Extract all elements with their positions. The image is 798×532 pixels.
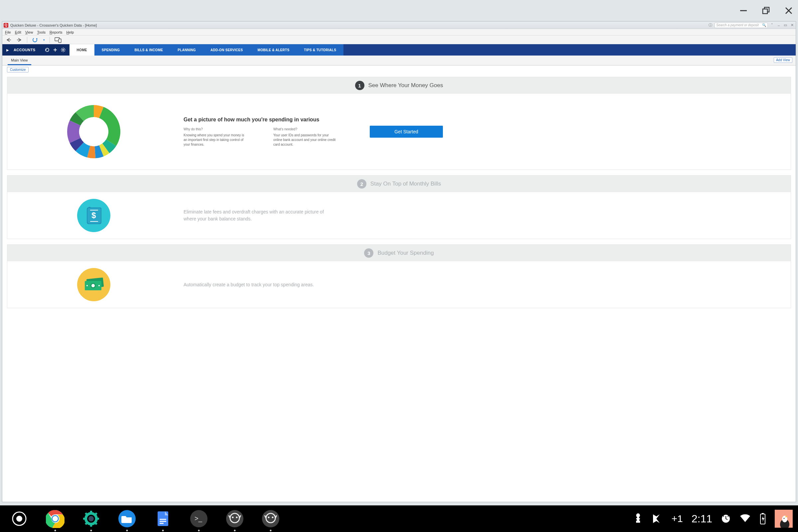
menu-view[interactable]: View [25,30,33,34]
nav-tab-addon-services[interactable]: ADD-ON SERVICES [203,44,250,56]
svg-line-18 [64,51,65,52]
os-minimize-button[interactable] [738,5,749,16]
menu-tools[interactable]: Tools [37,30,45,34]
taskbar-sync-icon[interactable] [721,514,731,524]
taskbar-wifi-icon[interactable] [740,514,751,524]
subtab-main-view[interactable]: Main View [8,56,31,65]
svg-point-52 [226,510,243,527]
os-close-button[interactable] [783,5,794,16]
svg-rect-9 [58,39,61,42]
svg-point-36 [89,516,94,521]
accounts-toggle[interactable]: ▶ ACCOUNTS [2,44,70,56]
cta-column: Get Started [370,126,456,138]
nav-tab-planning[interactable]: PLANNING [170,44,203,56]
card-text-1: Get a picture of how much you're spendin… [184,117,350,147]
why-heading: Why do this? [184,127,260,131]
menu-reports[interactable]: Reports [50,30,62,34]
nav-tab-mobile-alerts[interactable]: MOBILE & ALERTS [250,44,297,56]
nav-tab-tips-tutorials[interactable]: TIPS & TUTORIALS [297,44,343,56]
svg-point-27 [92,284,95,287]
refresh-accounts-icon[interactable] [45,48,50,52]
card-header-3: 3 Budget Your Spending [7,245,791,261]
card-text-2: Eliminate late fees and overdraft charge… [184,208,330,223]
taskbar-terminal-icon[interactable]: >_ [190,509,208,528]
app-maximize-button[interactable]: ▭ [783,23,788,27]
card-body-3: Automatically create a budget to track y… [7,261,791,308]
app-close-button[interactable]: ✕ [790,23,794,27]
add-account-icon[interactable] [53,48,58,52]
need-heading: What's needed? [273,127,350,131]
card-header-2: 2 Stay On Top of Monthly Bills [7,175,791,192]
add-view-button[interactable]: Add View [774,57,792,63]
nav-back-button[interactable] [6,38,12,42]
taskbar-app-icon-1[interactable] [225,509,244,528]
toolbar-separator-2 [50,37,50,43]
get-started-button[interactable]: Get Started [370,126,443,138]
svg-point-12 [62,49,64,51]
svg-point-55 [236,517,238,518]
card-monthly-bills: 2 Stay On Top of Monthly Bills $ Elimina… [7,175,791,239]
toolbar-row: ▾ [2,36,796,44]
help-icon[interactable]: ⓘ [708,23,712,27]
svg-point-29 [98,285,100,286]
chevron-right-icon: ▶ [6,48,9,52]
svg-line-42 [95,522,97,524]
os-titlebar [0,0,798,21]
sync-dropdown-icon[interactable]: ▾ [43,38,45,41]
step-badge-3: 3 [364,248,374,258]
nav-tab-spending[interactable]: SPENDING [94,44,127,56]
taskbar-chrome-icon[interactable] [46,509,64,528]
taskbar-files-icon[interactable] [118,509,136,528]
why-column: Why do this? Knowing where you spend you… [184,127,260,147]
budget-icon-col [24,268,164,301]
nav-forward-button[interactable] [16,38,22,42]
menu-bar: File Edit View Tools Reports Help [2,29,796,36]
card-title-1: See Where Your Money Goes [368,82,443,89]
taskbar-battery-icon[interactable] [759,513,766,525]
svg-text:>_: >_ [194,515,203,522]
sync-button[interactable] [32,37,39,43]
customize-button[interactable]: Customize [7,67,28,73]
menu-help[interactable]: Help [66,30,74,34]
svg-line-43 [95,513,97,515]
app-window: Q Quicken Deluxe - Crossover's Quicken D… [2,21,796,502]
subtab-row: Main View Add View [2,56,796,65]
menu-edit[interactable]: Edit [15,30,21,34]
bill-icon: $ [77,199,110,232]
taskbar-app-icon-2[interactable] [261,509,280,528]
bills-icon-col: $ [24,199,164,232]
card-budget-spending: 3 Budget Your Spending Automatically cre… [7,244,791,308]
taskbar-pawn-icon[interactable] [633,512,643,525]
taskbar-launcher-icon[interactable] [10,509,28,528]
card-title-2: Stay On Top of Monthly Bills [370,180,441,187]
menu-file[interactable]: File [5,30,11,34]
toolbar-separator [27,37,27,43]
app-minimize-button[interactable]: – [776,23,781,27]
svg-point-34 [53,516,58,521]
card-body-2: $ Eliminate late fees and overdraft char… [7,192,791,239]
os-taskbar: >_ +1 2:11 [0,506,798,532]
taskbar-docs-icon[interactable] [154,509,172,528]
global-search-input[interactable]: Search a payment or deposit 🔍 [715,23,768,28]
cash-icon [77,268,110,301]
card-header-1: 1 See Where Your Money Goes [7,77,791,94]
settings-accounts-icon[interactable] [61,48,65,52]
taskbar-avatar[interactable] [775,510,793,528]
card-see-money: 1 See Where Your Money Goes Get a pictur… [7,77,791,170]
nav-tab-bills-income[interactable]: BILLS & INCOME [127,44,170,56]
taskbar-settings-icon[interactable] [82,509,100,528]
svg-line-44 [86,522,88,524]
collapse-icon[interactable]: ˄ [770,23,774,27]
taskbar-play-icon[interactable] [652,513,663,524]
os-restore-button[interactable] [761,5,772,16]
nav-tab-home[interactable]: HOME [70,44,94,56]
svg-point-58 [262,510,279,527]
taskbar-clock[interactable]: 2:11 [691,513,712,525]
device-sync-button[interactable] [55,37,62,43]
primary-nav: ▶ ACCOUNTS HOME SPENDING BILLS & INCOME … [2,44,796,56]
why-text: Knowing where you spend your money is an… [184,133,247,147]
taskbar-plus-badge[interactable]: +1 [672,513,683,524]
need-column: What's needed? Your user IDs and passwor… [273,127,350,147]
card-heading-1: Get a picture of how much you're spendin… [184,117,330,123]
accounts-label: ACCOUNTS [14,48,36,52]
